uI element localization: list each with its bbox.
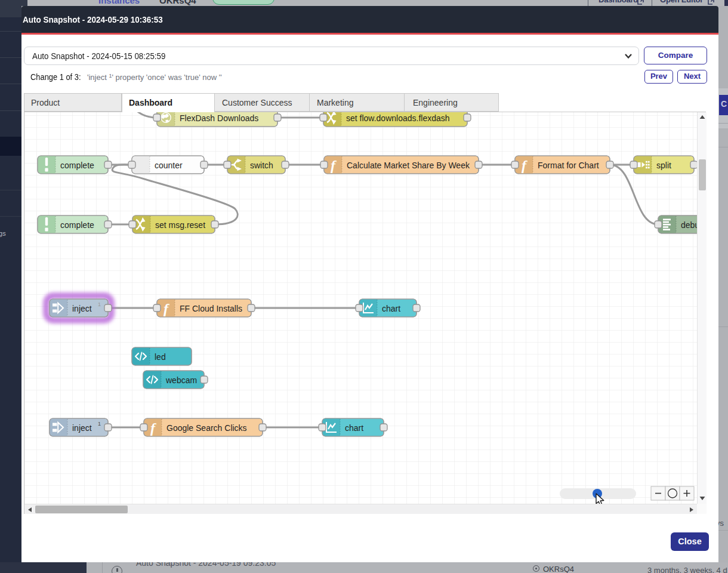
svg-text:led: led [155, 352, 166, 362]
svg-text:set flow.downloads.flexdash: set flow.downloads.flexdash [346, 113, 450, 123]
svg-text:1: 1 [98, 301, 101, 307]
svg-text:complete: complete [60, 220, 94, 230]
svg-text:Calculate Market Share By Week: Calculate Market Share By Week [347, 161, 470, 170]
svg-text:counter: counter [155, 161, 183, 170]
svg-text:Format for Chart: Format for Chart [538, 161, 599, 170]
svg-text:set msg.reset: set msg.reset [155, 220, 205, 230]
svg-text:chart: chart [345, 423, 363, 433]
svg-text:split: split [656, 161, 671, 170]
svg-text:inject: inject [72, 423, 92, 433]
svg-text:switch: switch [250, 161, 273, 170]
svg-text:1: 1 [98, 421, 101, 427]
svg-text:complete: complete [60, 161, 94, 170]
svg-text:inject: inject [72, 304, 92, 313]
svg-text:FlexDash Downloads: FlexDash Downloads [180, 113, 258, 123]
svg-text:webcam: webcam [165, 375, 197, 385]
svg-text:Google Search Clicks: Google Search Clicks [166, 423, 247, 433]
svg-text:debug: debug [681, 220, 697, 230]
svg-text:FF Cloud Installs: FF Cloud Installs [180, 304, 242, 313]
svg-text:chart: chart [382, 304, 400, 313]
